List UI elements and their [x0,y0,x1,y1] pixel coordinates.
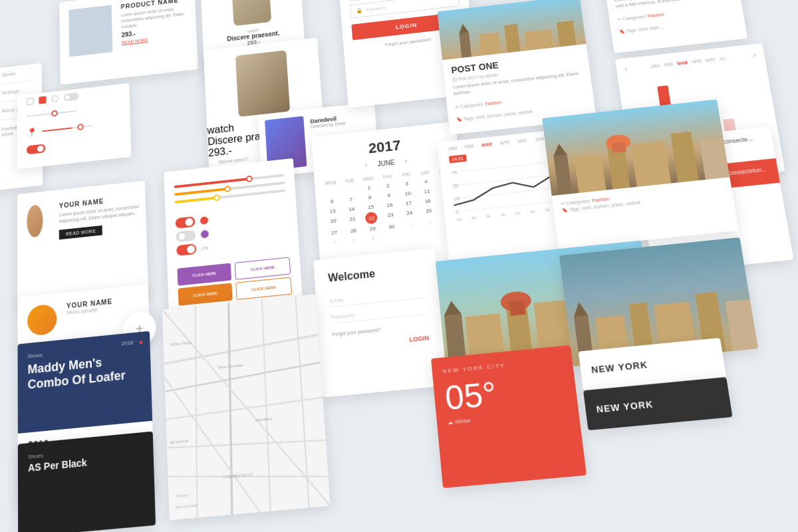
post-one-author: by admin [479,72,498,79]
weather-temp: 05° [444,370,567,416]
lc-mar: MAR [481,142,493,147]
toggle-off[interactable] [64,92,79,101]
on-label: ON [201,245,209,251]
toggle-on[interactable] [27,144,45,154]
checkbox-unchecked[interactable] [27,98,34,106]
post-one-category[interactable]: Fashion [485,100,501,106]
weather-card: NEW YORK CITY 05° ☁ Winter [431,345,587,488]
btn-orange-1[interactable]: CLICK HERE [178,283,233,305]
bc-jan: JAN [651,63,660,68]
profile-avatar-1 [27,204,43,238]
lock-icon: 🔒 [356,8,362,14]
product-card: PRODUCT NAME Lorem ipsum dolor sit amet,… [59,0,198,85]
bc-jun: JU... [719,55,730,61]
lc-may: MAY [517,138,528,144]
shoe-background-1: Shoes ♥ 2018 Maddy Men's Combo Of Loafer [18,331,153,434]
toggle-active-1[interactable] [176,216,196,229]
svg-rect-57 [509,301,525,316]
cal-today-22[interactable]: 22 [365,211,378,225]
svg-rect-50 [611,142,626,153]
barchart-next[interactable]: › [753,51,757,60]
tags-label: 🔖 Tags: [456,115,476,122]
svg-rect-44 [574,154,606,193]
post2-cat-label: ✏ Categories: [617,14,648,22]
cal-next-5: 5 [344,235,364,247]
post-two-category[interactable]: Fashion [647,12,664,18]
watch-image [231,0,271,26]
shoe-year: 2018 [121,339,133,346]
cal-next-6: 6 [363,233,383,245]
checkbox-checked[interactable] [39,96,46,104]
bc-feb: FEB [664,62,674,67]
post2-tags-label: 🔖 Tags: [619,27,639,34]
cal-15[interactable]: 15 [361,201,381,213]
profile-read-more-btn[interactable]: READ MORE [59,225,102,239]
btn-purple-outline[interactable]: CLICK HERE [235,257,291,279]
svg-text:0: 0 [456,209,459,215]
controls-card: 📍 [17,83,132,170]
radio-unchecked[interactable] [51,94,59,102]
barchart-prev[interactable]: ‹ [624,65,628,74]
profile-info-1: YOUR NAME Lorem ipsum dolor sit amet, co… [53,181,147,253]
svg-rect-5 [525,29,553,51]
product-image [68,5,112,57]
map-svg: White Plains New Rochelle Mt Vernon Stam… [162,294,331,520]
cal-30[interactable]: 30 [382,221,402,233]
nav-item-studio[interactable]: Studio [0,63,42,84]
shoe-card-2: Shoes AS Per Black [18,432,156,532]
cal-next-2: 2 [420,217,440,229]
florence-card-1: ✏ Categories: Fashion 🔖 Tags: shirt, fas… [542,99,738,249]
post-two-tags: shirt, fash... [638,25,663,32]
post-two-content: POST TWO Lorem ipsum dolor sit amet, con… [604,0,745,43]
btn-purple-1[interactable]: CLICK HERE [177,263,231,286]
calendar-month: JUNE [377,158,395,167]
city-name-1: NEW YORK [591,359,648,375]
map-pin-icon: 📍 [27,126,37,138]
bc-mar: MAR [677,60,688,65]
weather-season: Winter [454,417,471,425]
bc-may: MAY [705,57,716,63]
svg-text:75: 75 [452,170,458,176]
toggle-inactive-1[interactable] [176,230,196,243]
calendar-prev[interactable]: ‹ [364,160,368,170]
lc-apr: APR [500,140,510,145]
categories-label: ✏ Categories: [455,102,485,110]
btn-orange-outline[interactable]: CLICK HERE [235,277,292,300]
shoe-background-2: Shoes AS Per Black [18,432,156,532]
weather-background: NEW YORK CITY 05° ☁ Winter [431,345,587,488]
bar-jul [723,118,735,131]
bag-image [235,50,290,116]
cal-next-1: 1 [401,219,421,231]
calendar-body: 1 2 3 4 5 6 7 8 9 10 11 12 13 14 15 16 1… [322,174,461,248]
svg-rect-6 [557,21,577,47]
color-dot-purple [201,230,209,239]
linechart-value: 24.61 [449,154,467,163]
lc-jun: JUN [535,136,545,142]
svg-text:25: 25 [454,196,460,201]
shoe-heart-icon[interactable]: ♥ [139,338,143,346]
cal-next-4: 4 [325,237,345,249]
post-two-card: POST TWO Lorem ipsum dolor sit amet, con… [597,0,747,53]
post-one-tags: shirt, fashion, jeans, reebok [475,109,533,120]
slider-2[interactable] [42,125,92,132]
map-background: White Plains New Rochelle Mt Vernon Stam… [162,294,331,520]
lc-feb: FEB [464,144,473,149]
password-placeholder: Password [366,5,386,12]
color-dot-red [200,216,208,225]
svg-rect-46 [631,141,672,187]
shoe-title-1: Maddy Men's Combo Of Loafer [27,352,141,392]
slider-1[interactable] [27,110,76,117]
bc-apr: APR [692,59,702,64]
lc-jan: JAN [448,146,457,151]
city-name-2: NEW YORK [596,398,654,414]
post-one-date: 02 Feb 2017 [452,74,478,82]
toggle-on-label[interactable] [176,243,196,256]
welcome-card: Welcome Email Password Forgot your passw… [313,248,448,398]
map-card: White Plains New Rochelle Mt Vernon Stam… [162,294,331,520]
profile-content: YOUR NAME Lorem ipsum dolor sit amet, co… [17,181,147,257]
svg-rect-3 [479,32,501,55]
svg-text:50: 50 [453,183,459,188]
calendar-next[interactable]: › [404,156,408,166]
